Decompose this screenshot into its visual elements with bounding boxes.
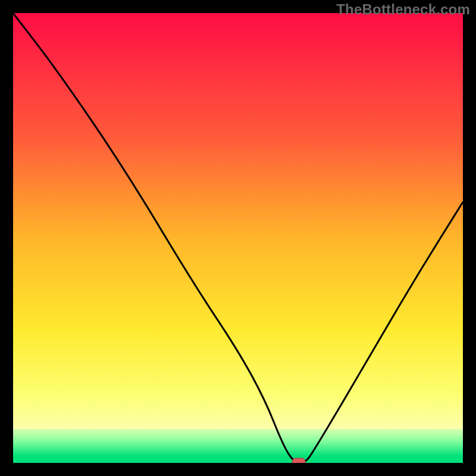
chart-background — [13, 13, 463, 463]
chart-green-band — [13, 456, 463, 463]
watermark-text: TheBottleneck.com — [336, 1, 470, 18]
chart-frame: TheBottleneck.com — [0, 0, 476, 476]
minimum-marker — [292, 458, 305, 463]
bottleneck-chart — [13, 13, 463, 463]
